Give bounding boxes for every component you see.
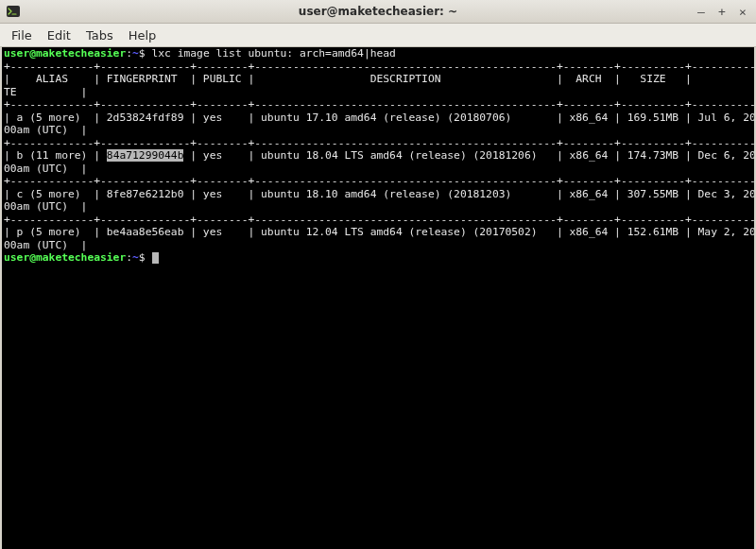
window-controls: — + ×: [694, 5, 756, 19]
cursor-block: [152, 252, 159, 264]
selected-fingerprint: 84a71299044b: [107, 149, 184, 162]
window-title: user@maketecheasier: ~: [0, 5, 756, 18]
menu-edit[interactable]: Edit: [40, 26, 78, 44]
svg-rect-0: [7, 6, 20, 17]
terminal-area[interactable]: user@maketecheasier:~$ lxc image list ub…: [0, 47, 756, 549]
minimize-button[interactable]: —: [694, 5, 709, 19]
prompt-userhost: user@maketecheasier: [4, 251, 126, 264]
table-divider: +-------------+--------------+--------+-…: [4, 60, 752, 74]
entered-command: lxc image list ubuntu: arch=amd64|head: [151, 47, 395, 60]
prompt-line: user@maketecheasier:~$: [4, 251, 752, 265]
table-row: | a (5 more) | 2d53824fdf89 | yes | ubun…: [4, 112, 752, 125]
table-divider: +-------------+--------------+--------+-…: [4, 137, 752, 150]
maximize-button[interactable]: +: [714, 5, 730, 19]
table-divider: +-------------+--------------+--------+-…: [4, 98, 752, 112]
table-row: | p (5 more) | be4aa8e56eab | yes | ubun…: [4, 226, 752, 239]
menu-file[interactable]: File: [4, 26, 40, 44]
prompt-dollar: $: [139, 251, 152, 264]
table-row: | b (11 more) | 84a71299044b | yes | ubu…: [4, 149, 752, 163]
menu-tabs[interactable]: Tabs: [78, 26, 121, 44]
table-row-cont: 00am (UTC) |: [4, 200, 752, 214]
terminal-app-icon: [6, 4, 21, 19]
table-divider: +-------------+--------------+--------+-…: [4, 175, 752, 188]
table-header-cont: TE |: [4, 86, 752, 99]
command-line: user@maketecheasier:~$ lxc image list ub…: [4, 47, 752, 60]
table-row-cont: 00am (UTC) |: [4, 163, 752, 176]
titlebar[interactable]: user@maketecheasier: ~ — + ×: [0, 0, 756, 24]
table-row-cont: 00am (UTC) |: [4, 239, 752, 252]
table-row: | c (5 more) | 8fe87e6212b0 | yes | ubun…: [4, 188, 752, 201]
menu-help[interactable]: Help: [121, 26, 164, 44]
table-divider: +-------------+--------------+--------+-…: [4, 214, 752, 227]
table-header: | ALIAS | FINGERPRINT | PUBLIC | DESCRIP…: [4, 73, 752, 86]
prompt-path: ~: [132, 251, 139, 264]
prompt-userhost: user@maketecheasier: [4, 47, 126, 60]
close-button[interactable]: ×: [735, 5, 750, 19]
menubar: File Edit Tabs Help: [0, 24, 756, 47]
prompt-dollar: $: [139, 47, 152, 60]
prompt-path: ~: [132, 47, 139, 60]
table-row-cont: 00am (UTC) |: [4, 124, 752, 137]
